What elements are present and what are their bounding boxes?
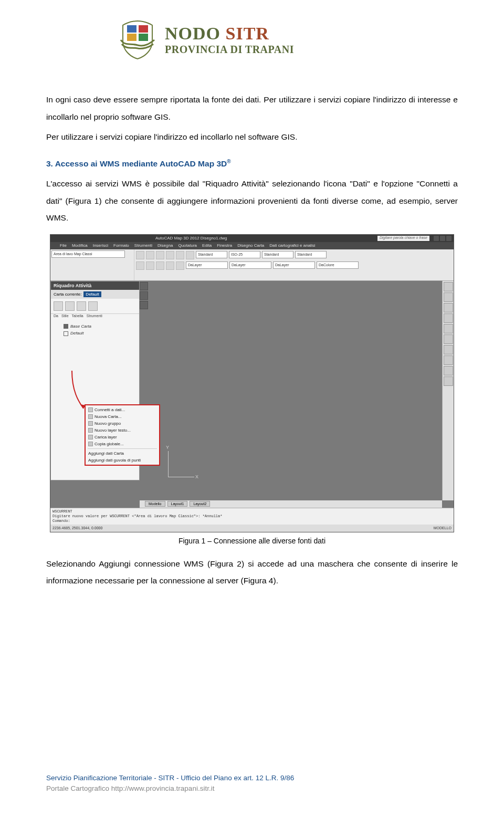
menu-item[interactable]: Dati cartografici e analisi bbox=[269, 243, 315, 248]
tool-icon[interactable] bbox=[444, 292, 453, 302]
context-item-new-text-layer[interactable]: Nuovo layer testo... bbox=[86, 427, 159, 434]
tool-icon[interactable] bbox=[176, 251, 184, 259]
tab-label: Da bbox=[54, 314, 58, 318]
menu-item[interactable]: Formato bbox=[113, 243, 129, 248]
svg-rect-1 bbox=[139, 25, 148, 33]
context-item-add-map-data[interactable]: Aggiungi dati Carta bbox=[86, 450, 159, 457]
paragraph-3: L'accesso ai servizi WMS è possibile dal… bbox=[46, 175, 458, 227]
ribbon-left-combo[interactable]: Area di lavo Map Classi bbox=[50, 249, 134, 280]
layout-tabs: Modello Layout1 Layout2 bbox=[140, 500, 442, 508]
command-line[interactable]: WSCURRENT Digitare nuovo valore per WSCU… bbox=[50, 508, 454, 525]
section-heading: 3. Accesso ai WMS mediante AutoCAD Map 3… bbox=[46, 155, 458, 173]
tool-icon[interactable] bbox=[444, 324, 453, 333]
menu-item[interactable]: Inserisci bbox=[93, 243, 108, 248]
tool-icon[interactable] bbox=[156, 261, 164, 270]
tool-icon[interactable] bbox=[444, 355, 453, 365]
tab-layout1[interactable]: Layout1 bbox=[167, 501, 188, 507]
tool-icon[interactable] bbox=[186, 251, 194, 259]
ucs-y-label: Y bbox=[166, 445, 169, 450]
menu-item[interactable]: File bbox=[60, 243, 67, 248]
tree-item[interactable]: Base Carta bbox=[54, 323, 136, 330]
current-map-select[interactable]: Default bbox=[83, 291, 101, 297]
svg-rect-3 bbox=[139, 34, 148, 41]
figure-caption: Figura 1 – Connessione alle diverse font… bbox=[46, 537, 458, 545]
tool-icon[interactable] bbox=[140, 301, 148, 309]
cmd-history-1: WSCURRENT bbox=[52, 509, 452, 514]
current-map-label: Carta corrente: bbox=[54, 292, 81, 297]
tool-icon[interactable] bbox=[444, 313, 453, 323]
annotation-arrow-icon bbox=[71, 370, 87, 412]
workspace-combo[interactable]: Area di lavo Map Classi bbox=[51, 250, 125, 258]
menu-item[interactable]: Finestra bbox=[217, 243, 232, 248]
checkbox-icon[interactable] bbox=[64, 331, 68, 336]
tool-icon[interactable] bbox=[136, 261, 144, 270]
menu-item[interactable]: Modifica bbox=[72, 243, 88, 248]
menu-item[interactable]: Edita bbox=[202, 243, 212, 248]
standard-combo-2[interactable]: Standard bbox=[295, 251, 327, 258]
load-icon bbox=[88, 435, 93, 439]
layer-combo[interactable]: DaLayer bbox=[186, 261, 228, 269]
context-item-load-layer[interactable]: Carica layer bbox=[86, 434, 159, 441]
brand-title: NODO SITR bbox=[165, 24, 294, 44]
tab-label: Stile bbox=[61, 314, 69, 318]
close-icon[interactable] bbox=[446, 236, 452, 241]
minimize-icon[interactable] bbox=[434, 236, 439, 241]
style-combo[interactable]: Standard bbox=[196, 251, 227, 258]
tool-icon[interactable] bbox=[136, 251, 144, 259]
tree-label: Base Carta bbox=[70, 324, 91, 329]
text-layer-icon bbox=[88, 428, 93, 433]
checkbox-icon[interactable] bbox=[64, 324, 68, 329]
tool-icon[interactable] bbox=[156, 251, 164, 259]
context-item-connect-data[interactable]: Connetti a dati... bbox=[86, 406, 159, 413]
tool-icon[interactable] bbox=[146, 251, 154, 259]
app-titlebar: AutoCAD Map 3D 2012 Disegno1.dwg Digitar… bbox=[50, 235, 454, 242]
menu-item[interactable]: Disegna bbox=[158, 243, 173, 248]
data-tab-icon[interactable] bbox=[54, 301, 63, 311]
cursor-coords: 2236.4685, 2501.3044, 0.0000 bbox=[52, 526, 102, 530]
tool-icon[interactable] bbox=[140, 282, 148, 290]
context-label: Aggiungi dati guvola di punti bbox=[88, 458, 141, 463]
menu-item[interactable]: Disegno Carta bbox=[237, 243, 264, 248]
standard-combo[interactable]: Standard bbox=[262, 251, 293, 258]
task-pane-title: Riquadro Attività bbox=[51, 281, 139, 290]
layer-combo[interactable]: DaLayer bbox=[229, 261, 271, 269]
space-indicator[interactable]: MODELLO bbox=[434, 526, 452, 530]
tab-layout2[interactable]: Layout2 bbox=[190, 501, 210, 507]
tool-icon[interactable] bbox=[444, 345, 453, 354]
tool-icon[interactable] bbox=[176, 261, 184, 270]
tool-icon[interactable] bbox=[166, 251, 174, 259]
brand-block: NODO SITR PROVINCIA DI TRAPANI bbox=[165, 24, 294, 56]
tools-tab-icon[interactable] bbox=[88, 301, 98, 311]
context-item-global-copy[interactable]: Copia globale... bbox=[86, 441, 159, 447]
menu-item[interactable]: Strumenti bbox=[134, 243, 152, 248]
ribbon: Area di lavo Map Classi Standard ISO-25 … bbox=[50, 249, 454, 281]
search-input[interactable]: Digitare parola chiave o frase bbox=[377, 236, 429, 241]
copy-icon bbox=[88, 442, 93, 446]
connect-icon bbox=[88, 407, 93, 412]
context-item-new-map[interactable]: Nuova Carta... bbox=[86, 413, 159, 420]
drawing-canvas[interactable]: Y X bbox=[140, 281, 442, 500]
style-tab-icon[interactable] bbox=[65, 301, 75, 311]
tool-icon[interactable] bbox=[146, 261, 154, 270]
tool-icon[interactable] bbox=[444, 366, 453, 375]
tool-icon[interactable] bbox=[166, 261, 174, 270]
color-combo[interactable]: DaColore bbox=[317, 261, 359, 269]
tool-icon[interactable] bbox=[444, 282, 453, 291]
context-item-new-group[interactable]: Nuovo gruppo bbox=[86, 420, 159, 427]
menu-item[interactable]: Quotatura bbox=[178, 243, 197, 248]
tool-icon[interactable] bbox=[140, 291, 148, 300]
dimstyle-combo[interactable]: ISO-25 bbox=[229, 251, 260, 258]
table-tab-icon[interactable] bbox=[77, 301, 86, 311]
tool-icon[interactable] bbox=[444, 376, 453, 386]
maximize-icon[interactable] bbox=[440, 236, 445, 241]
map-icon bbox=[88, 414, 93, 419]
tool-icon[interactable] bbox=[444, 303, 453, 312]
tool-icon[interactable] bbox=[444, 334, 453, 344]
footer-line-2: Portale Cartografico http://www.provinci… bbox=[46, 783, 294, 794]
tab-model[interactable]: Modello bbox=[145, 501, 165, 507]
task-pane-tabs bbox=[51, 299, 139, 314]
layer-combo[interactable]: DaLayer bbox=[273, 261, 315, 269]
context-item-add-point-cloud[interactable]: Aggiungi dati guvola di punti bbox=[86, 457, 159, 464]
paragraph-1: In ogni caso deve essere sempre riportat… bbox=[46, 91, 458, 125]
tree-item[interactable]: Default bbox=[54, 330, 136, 337]
